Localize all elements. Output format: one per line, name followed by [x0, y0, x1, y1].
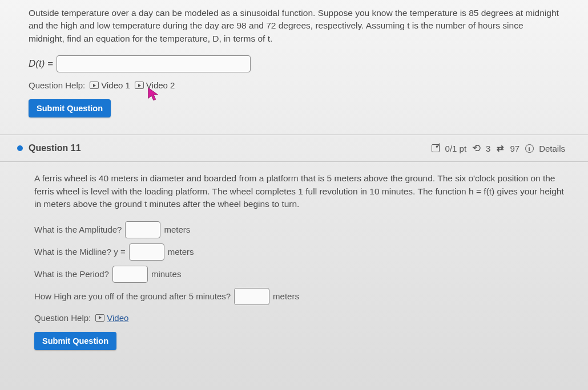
details-link[interactable]: Details — [539, 144, 565, 153]
height-label: How High are you off of the ground after… — [34, 291, 231, 301]
info-icon — [524, 143, 534, 153]
question-11-help-label: Question Help: — [34, 313, 91, 323]
retry-icon — [471, 143, 481, 153]
submit-question-button[interactable]: Submit Question — [29, 99, 111, 117]
height-input[interactable] — [234, 288, 269, 305]
score-text: 0/1 pt — [445, 144, 467, 153]
height-unit: meters — [273, 291, 299, 301]
amplitude-label: What is the Amplitude? — [34, 225, 122, 234]
video-link[interactable]: Video — [95, 313, 128, 323]
amplitude-input[interactable] — [125, 221, 160, 238]
submit-question-11-button[interactable]: Submit Question — [34, 332, 116, 350]
height-row: How High are you off of the ground after… — [34, 288, 565, 305]
midline-label: What is the Midline? y = — [34, 247, 126, 257]
question-help-label: Question Help: — [29, 80, 85, 90]
amplitude-row: What is the Amplitude? meters — [34, 221, 565, 238]
play-icon — [135, 82, 144, 89]
midline-row: What is the Midline? y = meters — [34, 243, 565, 261]
question-10-body: Outside temperature over a day can be mo… — [0, 0, 588, 123]
period-row: What is the Period? minutes — [34, 266, 565, 283]
attempts-text: 97 — [510, 144, 519, 153]
input-label-d-of-t: D(t) = — [29, 58, 53, 70]
video-2-link[interactable]: Video 2 — [135, 80, 175, 90]
play-icon — [95, 314, 104, 322]
question-11-header: Question 11 0/1 pt 3 97 Details — [0, 135, 588, 162]
answer-row-d-of-t: D(t) = — [29, 55, 559, 72]
period-unit: minutes — [151, 269, 182, 279]
swap-icon — [495, 143, 505, 153]
question-11-title-group: Question 11 — [17, 143, 81, 153]
midline-input[interactable] — [129, 243, 164, 261]
amplitude-unit: meters — [164, 225, 190, 234]
question-11-help-row: Question Help: Video — [34, 313, 565, 323]
period-label: What is the Period? — [34, 269, 109, 279]
question-11-meta: 0/1 pt 3 97 Details — [430, 143, 565, 153]
question-10-prompt: Outside temperature over a day can be mo… — [29, 7, 559, 45]
play-icon — [90, 82, 99, 89]
active-question-bullet-icon — [17, 145, 23, 151]
period-input[interactable] — [112, 266, 148, 283]
question-11-body: A ferris wheel is 40 meters in diameter … — [0, 162, 588, 350]
retries-text: 3 — [486, 144, 490, 153]
video-2-label: Video 2 — [146, 80, 175, 90]
answer-input-d-of-t[interactable] — [57, 55, 251, 72]
question-11-prompt: A ferris wheel is 40 meters in diameter … — [34, 172, 565, 210]
video-1-link[interactable]: Video 1 — [90, 80, 130, 90]
question-11-title: Question 11 — [29, 143, 81, 153]
video-label: Video — [107, 313, 128, 323]
video-1-label: Video 1 — [101, 80, 130, 90]
score-icon — [430, 143, 441, 153]
question-help-row: Question Help: Video 1 Video 2 — [29, 80, 559, 90]
midline-unit: meters — [168, 247, 194, 257]
